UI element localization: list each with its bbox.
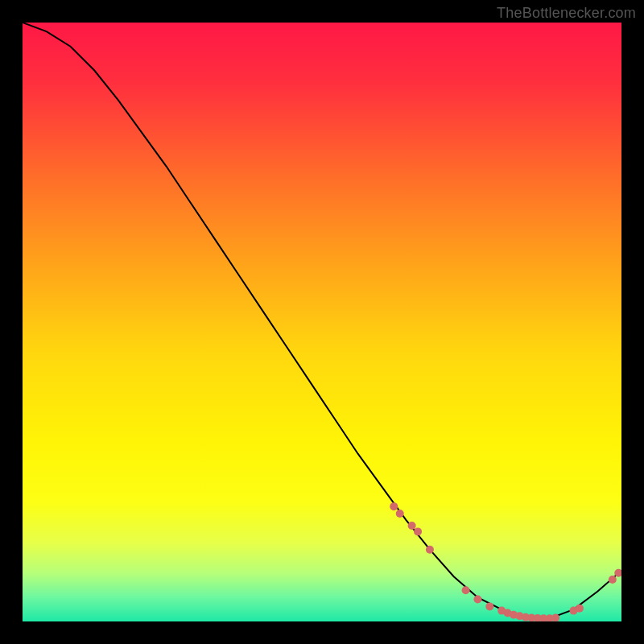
heatmap-background [23,23,621,621]
sample-point [473,595,481,603]
sample-point [609,576,617,584]
plot-area [23,23,621,621]
sample-point [390,502,398,510]
sample-point [485,602,493,610]
credit-label: TheBottlenecker.com [497,5,636,22]
sample-point [576,605,584,613]
chart-frame: TheBottlenecker.com [0,0,644,644]
chart-svg [23,23,621,621]
sample-point [462,586,470,594]
sample-point [408,522,416,530]
sample-point [414,527,422,535]
sample-point [396,510,404,518]
sample-point [426,546,434,554]
